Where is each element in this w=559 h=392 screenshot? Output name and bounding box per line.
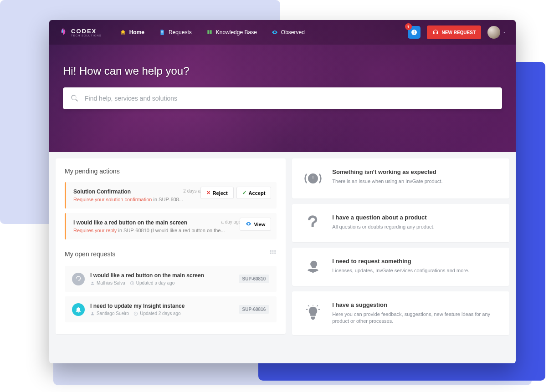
svg-rect-6	[272, 250, 274, 252]
svg-rect-1	[161, 32, 164, 32]
nav-label: Knowledge Base	[216, 29, 257, 36]
lightbulb-icon	[303, 301, 323, 325]
svg-rect-4	[414, 33, 414, 34]
home-icon	[120, 29, 126, 36]
notification-badge: 1	[405, 23, 412, 30]
category-desc: Here you can provide feedback, suggestio…	[332, 311, 498, 325]
new-request-button[interactable]: NEW REQUEST	[427, 25, 481, 39]
request-title: I need to update my Insight instance	[90, 303, 233, 309]
accept-button[interactable]: ✓Accept	[236, 187, 272, 199]
user-icon	[90, 311, 95, 316]
svg-point-13	[92, 312, 93, 313]
svg-rect-10	[275, 253, 276, 254]
view-button[interactable]: View	[240, 218, 271, 231]
category-title: I need to request something	[332, 258, 498, 265]
nav-observed[interactable]: Observed	[265, 25, 311, 39]
logo[interactable]: CODEX TECH SOLUTIONS	[58, 27, 102, 37]
button-label: Reject	[213, 190, 228, 196]
category-title: I have a question about a product	[332, 214, 498, 221]
button-label: NEW REQUEST	[442, 30, 476, 35]
user-icon	[90, 281, 95, 285]
question-icon	[303, 214, 323, 232]
pending-action-card[interactable]: Solution Confirmation Requirse your solu…	[65, 182, 277, 209]
category-request[interactable]: I need to request something Licenses, up…	[292, 248, 509, 286]
svg-rect-0	[161, 31, 164, 32]
notifications-button[interactable]: 1	[408, 26, 421, 39]
request-id-badge: SUP-60816	[239, 305, 270, 314]
svg-rect-17	[312, 180, 314, 182]
bell-circle-icon	[72, 303, 85, 316]
eye-icon	[246, 221, 251, 228]
logo-mark-icon	[58, 27, 68, 37]
nav-home[interactable]: Home	[113, 25, 151, 39]
request-title: I would like a red button on the main sc…	[90, 272, 233, 279]
button-label: Accept	[249, 190, 266, 196]
svg-rect-16	[312, 175, 314, 179]
app-window: CODEX TECH SOLUTIONS Home Requests Knowl…	[49, 20, 516, 363]
category-desc: There is an issue when using an InvGate …	[332, 178, 498, 185]
book-icon	[206, 29, 213, 36]
file-icon	[159, 29, 165, 36]
nav-label: Observed	[281, 29, 305, 36]
grid-view-toggle[interactable]	[269, 249, 277, 259]
request-id-badge: SUP-60810	[239, 275, 270, 283]
hero: CODEX TECH SOLUTIONS Home Requests Knowl…	[49, 20, 516, 152]
alert-icon	[410, 29, 418, 36]
button-label: View	[254, 222, 265, 227]
svg-rect-3	[414, 31, 414, 33]
nav-label: Requests	[169, 29, 192, 36]
hand-icon	[303, 258, 323, 276]
nav-label: Home	[129, 29, 144, 36]
category-desc: All questions or doubts regarding any pr…	[332, 224, 498, 230]
request-meta: Santiago Sueiro Updated 2 days ago	[90, 311, 233, 316]
nav: Home Requests Knowledge Base Observed	[113, 25, 311, 39]
reject-button[interactable]: ✕Reject	[200, 187, 234, 199]
panel-pending-open: My pending actions Solution Confirmation…	[56, 158, 286, 334]
category-title: I have a suggestion	[332, 301, 498, 308]
user-menu[interactable]	[487, 26, 507, 39]
request-meta: Mathias Salva Updated a day ago	[90, 280, 233, 285]
question-circle-icon	[72, 273, 85, 285]
category-suggestion[interactable]: I have a suggestion Here you can provide…	[292, 291, 509, 335]
hero-title: Hi! How can we help you?	[63, 65, 502, 77]
search-input[interactable]	[85, 95, 495, 102]
section-title-pending: My pending actions	[65, 168, 277, 175]
search-icon	[70, 94, 79, 103]
search-box[interactable]	[63, 87, 502, 109]
svg-rect-5	[270, 250, 272, 252]
category-issue[interactable]: Something isn't working as expected Ther…	[292, 158, 509, 199]
section-title-open: My open requests	[65, 250, 115, 258]
category-question[interactable]: I have a question about a product All qu…	[292, 204, 509, 242]
clock-icon	[130, 281, 134, 285]
hero-content: Hi! How can we help you?	[49, 45, 516, 109]
topbar: CODEX TECH SOLUTIONS Home Requests Knowl…	[49, 20, 516, 45]
pending-action-card[interactable]: I would like a red button on the main sc…	[65, 213, 277, 239]
main-content: My pending actions Solution Confirmation…	[49, 152, 516, 363]
category-title: Something isn't working as expected	[332, 168, 498, 175]
avatar	[487, 26, 500, 39]
open-request-card[interactable]: I need to update my Insight instance San…	[65, 296, 277, 322]
svg-rect-8	[270, 253, 272, 254]
nav-knowledge-base[interactable]: Knowledge Base	[200, 25, 263, 39]
svg-rect-7	[275, 250, 276, 252]
headset-icon	[432, 29, 439, 36]
nav-requests[interactable]: Requests	[153, 25, 198, 39]
chevron-down-icon	[502, 30, 507, 35]
svg-point-11	[92, 281, 93, 283]
svg-rect-9	[272, 253, 274, 254]
check-icon: ✓	[242, 190, 246, 196]
action-timestamp: a day ago	[221, 219, 241, 224]
clock-icon	[133, 311, 138, 316]
open-request-card[interactable]: I would like a red button on the main sc…	[65, 266, 277, 292]
eye-icon	[272, 29, 278, 36]
warning-icon	[303, 168, 323, 188]
logo-text: CODEX TECH SOLUTIONS	[71, 28, 102, 37]
x-icon: ✕	[206, 190, 210, 196]
category-desc: Licenses, updates, InvGate services conf…	[332, 267, 498, 274]
